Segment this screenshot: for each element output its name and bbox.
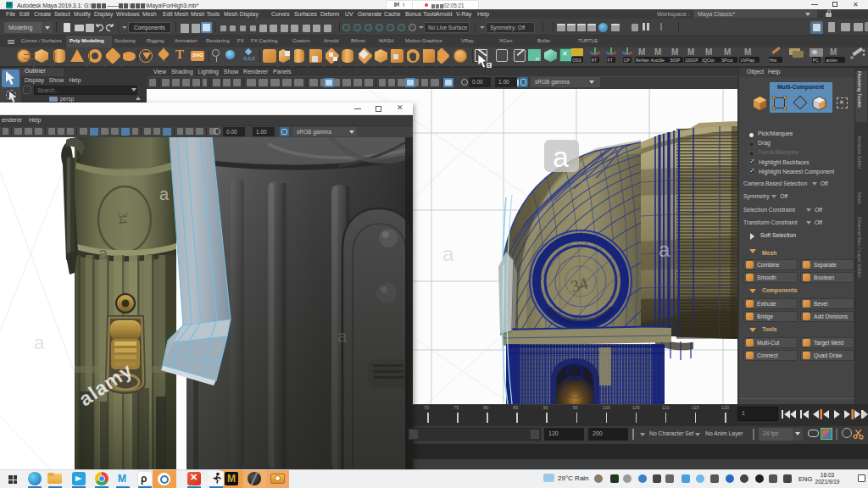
svg-text:a: a bbox=[442, 242, 454, 265]
svg-text:a: a bbox=[337, 327, 348, 346]
svg-text:a: a bbox=[553, 141, 569, 173]
svg-text:a: a bbox=[159, 185, 170, 203]
svg-text:a: a bbox=[659, 238, 670, 261]
svg-text:34: 34 bbox=[116, 212, 131, 225]
svg-text:a: a bbox=[34, 332, 45, 353]
svg-text:a: a bbox=[98, 244, 108, 263]
